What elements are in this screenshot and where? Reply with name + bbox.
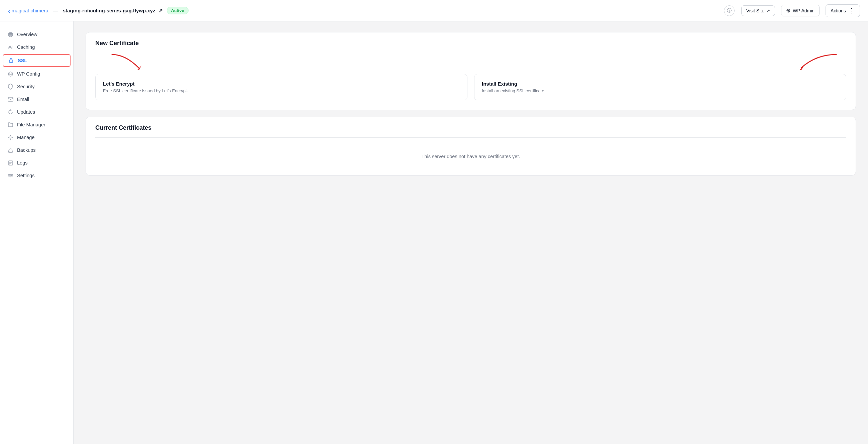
domain-ext-link-icon[interactable]: ↗ bbox=[158, 8, 163, 13]
sidebar-item-manage[interactable]: Manage bbox=[0, 131, 73, 144]
lets-encrypt-option[interactable]: Let's Encrypt Free SSL certificate issue… bbox=[95, 74, 467, 100]
actions-label: Actions bbox=[831, 8, 846, 13]
info-button[interactable]: ⓘ bbox=[724, 5, 735, 16]
new-certificate-title: New Certificate bbox=[95, 40, 846, 47]
info-icon: ⓘ bbox=[727, 8, 732, 14]
visit-site-label: Visit Site bbox=[746, 8, 764, 13]
sidebar-item-overview[interactable]: Overview bbox=[0, 28, 73, 41]
current-certificates-title: Current Certificates bbox=[95, 124, 846, 131]
overview-icon bbox=[7, 31, 13, 37]
wp-admin-label: WP Admin bbox=[793, 8, 814, 13]
new-certificate-header: New Certificate bbox=[86, 32, 856, 53]
new-certificate-card: New Certificate Let's Encrypt Free S bbox=[86, 32, 856, 110]
sidebar-item-file-manager-label: File Manager bbox=[17, 122, 45, 127]
arrows-container bbox=[95, 53, 846, 71]
sidebar-item-file-manager[interactable]: File Manager bbox=[0, 118, 73, 131]
lets-encrypt-title: Let's Encrypt bbox=[103, 81, 460, 87]
sidebar-item-email-label: Email bbox=[17, 97, 29, 102]
logs-icon bbox=[7, 160, 13, 166]
sidebar-item-ssl[interactable]: SSL bbox=[3, 54, 70, 67]
install-existing-title: Install Existing bbox=[482, 81, 839, 87]
svg-point-15 bbox=[11, 175, 12, 176]
sidebar-item-logs-label: Logs bbox=[17, 160, 27, 165]
sidebar-item-backups[interactable]: Backups bbox=[0, 144, 73, 156]
sidebar-item-email[interactable]: Email bbox=[0, 93, 73, 106]
file-manager-icon bbox=[7, 122, 13, 128]
header: magical-chimera — staging-ridiculing-ser… bbox=[0, 0, 868, 22]
updates-icon bbox=[7, 109, 13, 115]
sidebar-item-wpconfig-label: WP Config bbox=[17, 71, 40, 76]
sidebar-item-security-label: Security bbox=[17, 84, 34, 89]
sidebar-item-caching-label: Caching bbox=[17, 44, 35, 50]
left-arrow bbox=[105, 53, 172, 71]
sidebar-item-settings[interactable]: Settings bbox=[0, 169, 73, 182]
backups-icon bbox=[7, 147, 13, 153]
install-existing-option[interactable]: Install Existing Install an existing SSL… bbox=[474, 74, 846, 100]
status-badge: Active bbox=[167, 7, 189, 14]
manage-icon bbox=[7, 134, 13, 140]
back-link[interactable]: magical-chimera bbox=[8, 7, 49, 14]
main-content: New Certificate Let's Encrypt Free S bbox=[73, 22, 868, 444]
site-domain: staging-ridiculing-series-gag.flywp.xyz … bbox=[63, 8, 163, 14]
empty-certificates-message: This server does not have any certificat… bbox=[86, 138, 856, 175]
current-certificates-card: Current Certificates This server does no… bbox=[86, 117, 856, 176]
visit-site-icon: ↗ bbox=[767, 8, 770, 13]
svg-point-14 bbox=[9, 174, 10, 175]
ssl-icon bbox=[8, 58, 14, 64]
caching-icon bbox=[7, 44, 13, 50]
install-existing-description: Install an existing SSL certificate. bbox=[482, 88, 839, 93]
svg-rect-9 bbox=[8, 97, 13, 101]
svg-point-10 bbox=[10, 137, 11, 138]
right-arrow bbox=[749, 53, 843, 71]
svg-marker-18 bbox=[800, 66, 804, 70]
sidebar-item-caching[interactable]: Caching bbox=[0, 41, 73, 54]
cert-options: Let's Encrypt Free SSL certificate issue… bbox=[86, 71, 856, 110]
visit-site-button[interactable]: Visit Site ↗ bbox=[741, 5, 775, 16]
sidebar-item-overview-label: Overview bbox=[17, 32, 37, 37]
sidebar-item-manage-label: Manage bbox=[17, 135, 34, 140]
svg-text:W: W bbox=[9, 72, 12, 76]
current-certificates-header: Current Certificates bbox=[86, 117, 856, 137]
wpconfig-icon: W bbox=[7, 71, 13, 77]
sidebar-item-logs[interactable]: Logs bbox=[0, 156, 73, 169]
security-icon bbox=[7, 84, 13, 90]
sidebar-item-settings-label: Settings bbox=[17, 173, 34, 178]
settings-icon bbox=[7, 172, 13, 179]
sidebar-item-updates-label: Updates bbox=[17, 109, 35, 115]
sidebar-item-updates[interactable]: Updates bbox=[0, 106, 73, 118]
sidebar-item-security[interactable]: Security bbox=[0, 80, 73, 93]
svg-rect-1 bbox=[8, 34, 13, 35]
wp-admin-button[interactable]: ⊕ WP Admin bbox=[781, 5, 819, 17]
svg-point-6 bbox=[11, 61, 11, 62]
layout: Overview Caching SSL bbox=[0, 22, 868, 444]
sidebar-item-wpconfig[interactable]: W WP Config bbox=[0, 67, 73, 80]
lets-encrypt-description: Free SSL certificate issued by Let's Enc… bbox=[103, 88, 460, 93]
wp-icon: ⊕ bbox=[786, 7, 790, 14]
actions-button[interactable]: Actions ⋮ bbox=[826, 4, 860, 17]
sidebar: Overview Caching SSL bbox=[0, 22, 73, 444]
header-separator: — bbox=[53, 8, 58, 13]
email-icon bbox=[7, 96, 13, 102]
sidebar-item-backups-label: Backups bbox=[17, 148, 36, 153]
actions-icon: ⋮ bbox=[848, 7, 855, 14]
sidebar-item-ssl-label: SSL bbox=[18, 58, 27, 63]
svg-point-16 bbox=[9, 176, 10, 177]
